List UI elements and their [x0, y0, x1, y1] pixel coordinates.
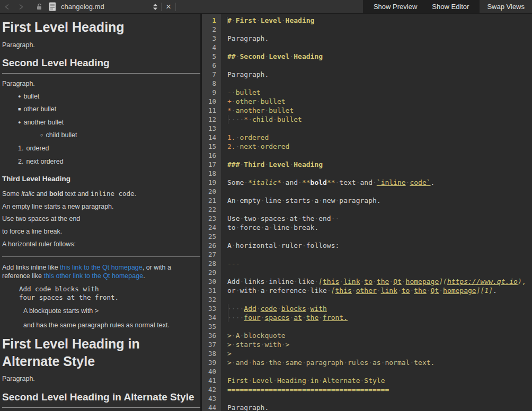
ordered-number: 1. [18, 145, 23, 152]
line-number: 5 [202, 52, 221, 61]
code-block: Add code blocks withfour spaces at the f… [19, 285, 200, 302]
editor-line[interactable]: --- [227, 259, 532, 268]
document-dropdown[interactable] [153, 0, 158, 13]
preview-paragraph: Paragraph. [2, 41, 197, 50]
editor-line[interactable]: >·and·has·the·same·paragraph·rules·as·no… [227, 358, 532, 367]
list-item: 2.next ordered [18, 158, 200, 166]
text-cursor [227, 17, 227, 24]
line-number: 22 [202, 205, 221, 214]
editor-line[interactable]: ###·Third·Level·Heading [227, 160, 532, 169]
editor-line[interactable]: #·First·Level·Heading [227, 16, 532, 25]
markdown-preview-pane: First Level HeadingParagraph.Second Leve… [0, 14, 200, 411]
editor-line[interactable]: A·horizontal·ruler·follows: [227, 241, 532, 250]
swap-views-button[interactable]: Swap Views [480, 0, 532, 13]
editor-text-area[interactable]: #·First·Level·HeadingParagraph.##·Second… [221, 14, 532, 411]
line-number: 11 [202, 106, 221, 115]
line-number: 43 [202, 394, 221, 403]
line-number: 17 [202, 160, 221, 169]
lock-toggle[interactable] [36, 0, 43, 13]
document-nav: changelog.md × [0, 0, 179, 13]
line-number: 37 [202, 340, 221, 349]
preview-paragraph: Paragraph. [2, 80, 197, 88]
editor-line[interactable]: ======================================= [227, 385, 532, 394]
editor-line[interactable]: First·Level·Heading·in·Alternate·Style [227, 376, 532, 385]
editor-line[interactable] [227, 250, 532, 259]
editor-line[interactable] [227, 187, 532, 196]
line-number: 35 [202, 322, 221, 331]
preview-heading: Second Level Heading in Alternate Style [2, 391, 200, 408]
editor-line[interactable] [227, 268, 532, 277]
preview-text-span: Some [2, 190, 21, 198]
close-document-button[interactable]: × [165, 3, 172, 11]
horizontal-rule [2, 256, 200, 257]
editor-line[interactable] [227, 367, 532, 376]
line-number: 7 [202, 70, 221, 79]
editor-line[interactable] [227, 43, 532, 52]
ordered-list: 1.ordered2.next ordered [2, 145, 200, 166]
editor-line[interactable]: Paragraph. [227, 34, 532, 43]
line-number: 25 [202, 232, 221, 241]
line-number: 24 [202, 223, 221, 232]
line-number: 40 [202, 367, 221, 376]
editor-line[interactable]: >·A·blockquote [227, 331, 532, 340]
editor-line[interactable]: Some·*italic*·and·**bold**·text·and·`inl… [227, 178, 532, 187]
bullet-marker: ● [18, 94, 21, 99]
editor-line[interactable] [227, 295, 532, 304]
editor-line[interactable] [227, 322, 532, 331]
line-number: 26 [202, 241, 221, 250]
line-number: 27 [202, 250, 221, 259]
preview-heading: Second Level Heading [2, 57, 200, 74]
line-number: 19 [202, 178, 221, 187]
editor-line[interactable] [227, 151, 532, 160]
editor-line[interactable]: ····Add·code·blocks·with [227, 304, 532, 313]
editor-line[interactable] [227, 124, 532, 133]
editor-line[interactable] [227, 232, 532, 241]
editor-line[interactable]: *·another·bullet [227, 106, 532, 115]
show-preview-button[interactable]: Show Preview [366, 0, 424, 13]
unlock-icon [36, 3, 43, 10]
markdown-editor-pane[interactable]: 1234567891011121314151617181920212223242… [202, 14, 532, 411]
line-number: 23 [202, 214, 221, 223]
editor-line[interactable]: An·empty·line·starts·a·new·paragraph. [227, 196, 532, 205]
qt-homepage-link[interactable]: this link to the Qt homepage [60, 264, 143, 271]
editor-line[interactable] [227, 79, 532, 88]
editor-line[interactable]: 1.·ordered [227, 133, 532, 142]
blockquote: A blockquote starts with >and has the sa… [23, 307, 200, 329]
editor-line[interactable]: Paragraph. [227, 403, 532, 411]
editor-line[interactable]: Use·two·spaces·at·the·end·· [227, 214, 532, 223]
editor-line[interactable]: or·with·a·reference·like·[this·other·lin… [227, 286, 532, 295]
editor-line[interactable]: >·starts·with·> [227, 340, 532, 349]
editor-line[interactable]: to·force·a·line·break. [227, 223, 532, 232]
editor-line[interactable]: +·other·bullet [227, 97, 532, 106]
line-number: 10 [202, 97, 221, 106]
show-editor-button[interactable]: Show Editor [424, 0, 476, 13]
editor-line[interactable]: Paragraph. [227, 70, 532, 79]
editor-line[interactable]: Add·links·inline·like·[this·link·to·the·… [227, 277, 532, 286]
line-number: 9 [202, 88, 221, 97]
line-number: 14 [202, 133, 221, 142]
editor-line[interactable] [227, 61, 532, 70]
editor-line[interactable]: ····*·child·bullet [227, 115, 532, 124]
forward-button[interactable] [18, 0, 24, 13]
toolbar-separator [175, 3, 176, 11]
editor-line[interactable]: -·bullet [227, 88, 532, 97]
list-item: ●bullet [18, 93, 200, 101]
preview-paragraph: Add links inline like this link to the Q… [2, 264, 197, 280]
qt-homepage-link[interactable]: this other link to the Qt homepage [44, 272, 144, 280]
indent-guide [228, 304, 228, 313]
editor-line[interactable]: > [227, 349, 532, 358]
line-number: 20 [202, 187, 221, 196]
editor-line[interactable]: ····four·spaces·at·the·front. [227, 313, 532, 322]
preview-paragraph: Some italic and bold text and inline cod… [2, 190, 197, 199]
editor-line[interactable]: 2.·next·ordered [227, 142, 532, 151]
back-button[interactable] [4, 0, 10, 13]
preview-text-span: . [143, 272, 145, 280]
toolbar-separator [161, 3, 162, 11]
editor-line[interactable]: ##·Second·Level·Heading [227, 52, 532, 61]
view-buttons: Show Preview Show Editor Swap Views [363, 0, 532, 13]
editor-line[interactable] [227, 205, 532, 214]
editor-line[interactable] [227, 25, 532, 34]
editor-line[interactable] [227, 169, 532, 178]
open-document-name[interactable]: changelog.md [61, 3, 153, 11]
editor-line[interactable] [227, 394, 532, 403]
